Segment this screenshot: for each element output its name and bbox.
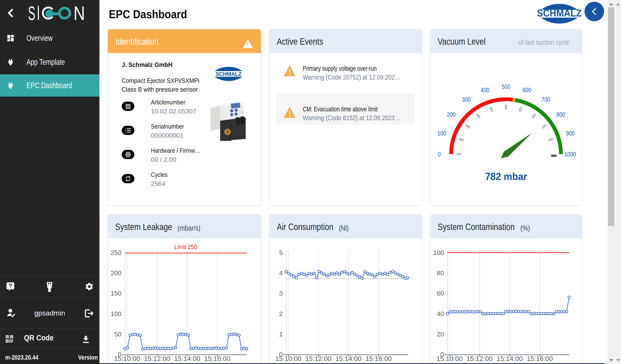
svg-text:4: 4 bbox=[279, 269, 283, 277]
svg-text:2: 2 bbox=[279, 310, 283, 317]
svg-text:200: 200 bbox=[447, 111, 456, 118]
svg-text:0: 0 bbox=[279, 351, 283, 358]
svg-text:150: 150 bbox=[111, 290, 121, 297]
svg-text:250: 250 bbox=[111, 249, 121, 256]
svg-text:15:16:00: 15:16:00 bbox=[204, 355, 230, 362]
svg-text:60: 60 bbox=[437, 290, 444, 297]
svg-text:15:12:00: 15:12:00 bbox=[466, 355, 493, 362]
svg-text:20: 20 bbox=[437, 331, 444, 338]
svg-text:15:12:00: 15:12:00 bbox=[305, 355, 331, 362]
svg-text:200: 200 bbox=[111, 269, 121, 277]
svg-text:600: 600 bbox=[522, 86, 531, 94]
svg-text:3: 3 bbox=[279, 290, 283, 297]
svg-text:0: 0 bbox=[438, 150, 441, 158]
svg-text:100: 100 bbox=[437, 129, 446, 137]
svg-text:700: 700 bbox=[541, 96, 550, 103]
svg-text:5: 5 bbox=[279, 249, 283, 256]
svg-text:80: 80 bbox=[437, 269, 444, 277]
svg-text:100: 100 bbox=[111, 310, 121, 317]
svg-text:50: 50 bbox=[114, 331, 121, 338]
svg-text:15:14:00: 15:14:00 bbox=[335, 355, 362, 362]
svg-text:15:14:00: 15:14:00 bbox=[497, 355, 523, 362]
svg-text:100: 100 bbox=[433, 249, 444, 256]
svg-text:0: 0 bbox=[118, 351, 121, 358]
svg-text:900: 900 bbox=[566, 129, 574, 137]
svg-text:500: 500 bbox=[501, 83, 510, 91]
svg-text:15:16:00: 15:16:00 bbox=[527, 355, 553, 362]
svg-text:1000: 1000 bbox=[564, 150, 576, 158]
svg-text:15:12:00: 15:12:00 bbox=[144, 355, 170, 362]
svg-text:15:16:00: 15:16:00 bbox=[365, 355, 392, 362]
svg-text:1: 1 bbox=[279, 331, 283, 338]
svg-text:15:14:00: 15:14:00 bbox=[174, 355, 200, 362]
svg-text:Limit 250: Limit 250 bbox=[174, 243, 197, 251]
svg-text:800: 800 bbox=[556, 111, 565, 118]
svg-text:0: 0 bbox=[440, 351, 444, 358]
svg-text:400: 400 bbox=[481, 86, 489, 94]
svg-text:40: 40 bbox=[437, 310, 444, 317]
svg-text:300: 300 bbox=[462, 96, 470, 103]
